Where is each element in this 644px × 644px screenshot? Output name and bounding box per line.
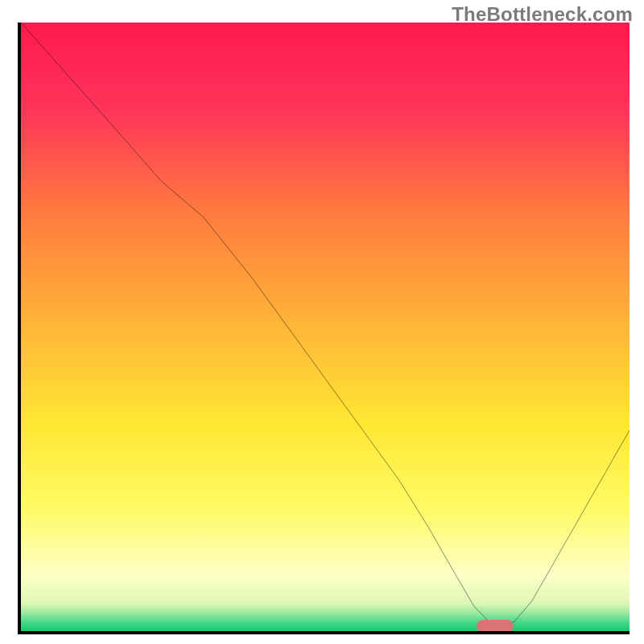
optimal-point-marker — [477, 620, 514, 634]
bottleneck-curve — [21, 23, 630, 631]
chart-container: TheBottleneck.com — [0, 0, 644, 644]
plot-area — [18, 23, 630, 634]
